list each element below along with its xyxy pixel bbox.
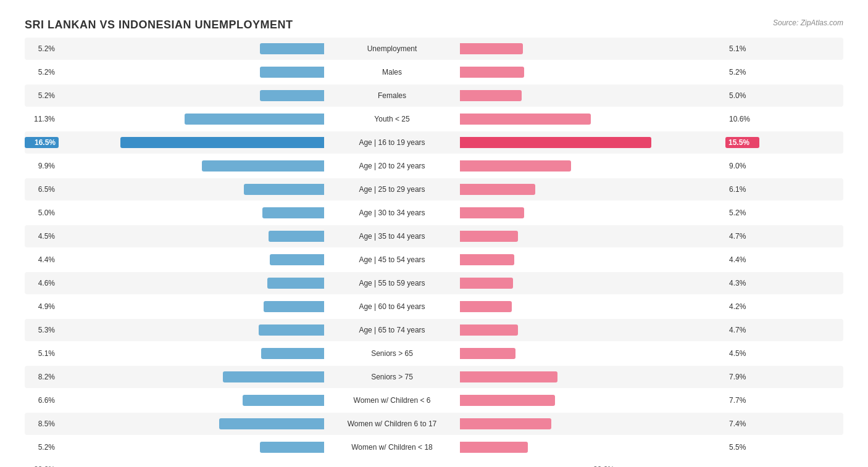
right-value: 5.2% bbox=[725, 209, 759, 217]
chart-container: SRI LANKAN VS INDONESIAN UNEMPLOYMENT So… bbox=[12, 12, 856, 467]
left-bar bbox=[270, 254, 324, 265]
row-label: Age | 20 to 24 years bbox=[324, 162, 460, 170]
left-bar bbox=[120, 137, 324, 148]
right-bar bbox=[460, 371, 557, 382]
right-bar-area bbox=[460, 90, 725, 101]
right-bar bbox=[460, 137, 651, 148]
left-bar bbox=[267, 278, 324, 289]
left-bar bbox=[264, 301, 324, 312]
chart-row: 5.1% Seniors > 65 4.5% bbox=[25, 342, 843, 365]
left-bar-area bbox=[59, 324, 324, 336]
row-label: Youth < 25 bbox=[324, 115, 460, 123]
left-bar-area bbox=[59, 254, 324, 265]
left-bar bbox=[261, 348, 324, 359]
right-bar-area bbox=[460, 418, 725, 429]
right-bar-area bbox=[460, 395, 725, 406]
left-value: 5.2% bbox=[25, 44, 59, 53]
right-bar bbox=[460, 395, 555, 406]
right-value: 15.5% bbox=[725, 137, 759, 148]
chart-row: 6.5% Age | 25 to 29 years 6.1% bbox=[25, 178, 843, 200]
left-bar bbox=[262, 207, 324, 218]
right-value: 5.2% bbox=[725, 68, 759, 76]
axis-row: 20.0% 20.0% bbox=[25, 462, 843, 467]
row-label: Seniors > 75 bbox=[324, 373, 460, 381]
chart-row: 4.5% Age | 35 to 44 years 4.7% bbox=[25, 225, 843, 247]
row-label: Seniors > 65 bbox=[324, 349, 460, 358]
left-bar-area bbox=[59, 442, 324, 453]
left-bar bbox=[260, 442, 324, 453]
chart-row: 5.2% Females 5.0% bbox=[25, 85, 843, 107]
left-value: 5.2% bbox=[25, 68, 59, 76]
left-bar-area bbox=[59, 418, 324, 429]
left-value: 5.2% bbox=[25, 443, 59, 452]
chart-row: 5.0% Age | 30 to 34 years 5.2% bbox=[25, 202, 843, 224]
left-value: 4.6% bbox=[25, 279, 59, 287]
row-label: Age | 35 to 44 years bbox=[324, 232, 460, 241]
right-bar bbox=[460, 418, 551, 429]
right-bar bbox=[460, 442, 528, 453]
chart-row: 16.5% Age | 16 to 19 years 15.5% bbox=[25, 131, 843, 154]
right-value: 4.7% bbox=[725, 326, 759, 334]
right-bar bbox=[460, 43, 523, 54]
right-value: 4.4% bbox=[725, 255, 759, 264]
left-bar bbox=[219, 418, 324, 429]
left-bar bbox=[259, 324, 324, 336]
right-bar bbox=[460, 231, 518, 242]
chart-row: 4.9% Age | 60 to 64 years 4.2% bbox=[25, 295, 843, 318]
right-value: 4.5% bbox=[725, 349, 759, 358]
row-label: Age | 65 to 74 years bbox=[324, 326, 460, 334]
right-value: 7.7% bbox=[725, 396, 759, 405]
right-bar-area bbox=[460, 442, 725, 453]
source-text: Source: ZipAtlas.com bbox=[773, 19, 843, 27]
chart-row: 4.6% Age | 55 to 59 years 4.3% bbox=[25, 272, 843, 294]
right-value: 5.5% bbox=[725, 443, 759, 452]
right-value: 7.4% bbox=[725, 419, 759, 428]
left-value: 9.9% bbox=[25, 162, 59, 170]
right-bar bbox=[460, 207, 524, 218]
left-value: 6.6% bbox=[25, 396, 59, 405]
right-bar-area bbox=[460, 231, 725, 242]
left-bar-area bbox=[59, 184, 324, 195]
right-bar-area bbox=[460, 371, 725, 382]
left-bar bbox=[244, 184, 324, 195]
left-value: 8.2% bbox=[25, 373, 59, 381]
right-bar bbox=[460, 184, 535, 195]
left-value: 4.5% bbox=[25, 232, 59, 241]
right-value: 4.3% bbox=[725, 279, 759, 287]
row-label: Women w/ Children < 6 bbox=[324, 396, 460, 405]
left-bar bbox=[185, 114, 324, 125]
row-label: Age | 60 to 64 years bbox=[324, 302, 460, 311]
chart-row: 8.2% Seniors > 75 7.9% bbox=[25, 366, 843, 388]
right-value: 5.0% bbox=[725, 91, 759, 100]
right-value: 10.6% bbox=[725, 115, 759, 123]
left-bar-area bbox=[59, 160, 324, 172]
left-bar-area bbox=[59, 67, 324, 78]
right-bar bbox=[460, 114, 591, 125]
right-value: 4.7% bbox=[725, 232, 759, 241]
left-bar-area bbox=[59, 395, 324, 406]
left-bar bbox=[260, 67, 324, 78]
right-bar bbox=[460, 278, 513, 289]
left-value: 4.9% bbox=[25, 302, 59, 311]
row-label: Women w/ Children < 18 bbox=[324, 443, 460, 452]
right-value: 5.1% bbox=[725, 44, 759, 53]
left-value: 6.5% bbox=[25, 185, 59, 194]
row-label: Males bbox=[324, 68, 460, 76]
right-bar bbox=[460, 254, 514, 265]
chart-row: 11.3% Youth < 25 10.6% bbox=[25, 108, 843, 130]
row-label: Age | 16 to 19 years bbox=[324, 138, 460, 147]
right-value: 7.9% bbox=[725, 373, 759, 381]
right-bar-area bbox=[460, 67, 725, 78]
right-bar-area bbox=[460, 348, 725, 359]
left-value: 5.1% bbox=[25, 349, 59, 358]
left-bar bbox=[260, 43, 324, 54]
right-bar-area bbox=[460, 301, 725, 312]
left-bar bbox=[269, 231, 324, 242]
chart-row: 8.5% Women w/ Children 6 to 17 7.4% bbox=[25, 413, 843, 435]
left-bar-area bbox=[59, 207, 324, 218]
right-bar-area bbox=[460, 207, 725, 218]
chart-title: SRI LANKAN VS INDONESIAN UNEMPLOYMENT bbox=[25, 19, 293, 31]
chart-row: 6.6% Women w/ Children < 6 7.7% bbox=[25, 389, 843, 411]
row-label: Age | 55 to 59 years bbox=[324, 279, 460, 287]
left-value: 16.5% bbox=[25, 137, 59, 148]
